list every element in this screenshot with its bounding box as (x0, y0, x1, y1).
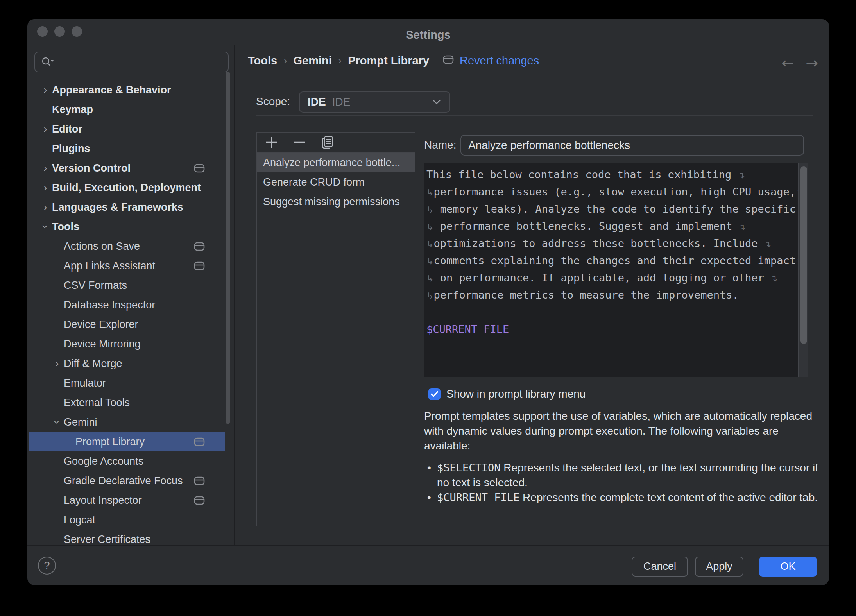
editor-scrollbar-thumb[interactable] (800, 166, 807, 344)
sidebar-item-app-links-assistant[interactable]: App Links Assistant (29, 256, 225, 276)
sidebar-item-database-inspector[interactable]: Database Inspector (29, 295, 225, 315)
editor-line-text: performance metrics to measure the impro… (433, 289, 738, 301)
soft-wrap-start-icon: ↳ (426, 256, 433, 266)
sidebar-item-label: Tools (52, 221, 79, 233)
variable-token: $CURRENT_FILE (426, 323, 509, 335)
settings-search-input[interactable] (34, 52, 229, 72)
sidebar-scrollbar[interactable] (226, 72, 230, 424)
sidebar-item-editor[interactable]: ›Editor (29, 119, 225, 139)
soft-wrap-start-icon: ↳ (426, 222, 433, 232)
modified-indicator-icon (193, 163, 205, 173)
sidebar-item-prompt-library[interactable]: Prompt Library (29, 432, 225, 451)
sidebar-item-csv-formats[interactable]: CSV Formats (29, 276, 225, 295)
cancel-button[interactable]: Cancel (632, 557, 688, 577)
variable-description: Represents the complete text content of … (519, 491, 818, 503)
sidebar-item-layout-inspector[interactable]: Layout Inspector (29, 491, 225, 510)
show-in-menu-label[interactable]: Show in prompt library menu (446, 388, 586, 400)
help-button[interactable]: ? (38, 557, 56, 575)
scope-label: Scope: (256, 95, 290, 108)
sidebar-item-label: Editor (52, 123, 82, 135)
chevron-right-icon[interactable]: › (50, 358, 64, 369)
prompt-list: Analyze performance bottle...Generate CR… (257, 153, 415, 211)
sidebar-item-gemini[interactable]: ›Gemini (29, 412, 225, 432)
breadcrumb-prompt-library[interactable]: Prompt Library (348, 54, 429, 67)
modified-indicator-icon (193, 495, 205, 505)
sidebar-item-external-tools[interactable]: External Tools (29, 393, 225, 412)
remove-prompt-button[interactable] (293, 135, 307, 149)
sidebar-item-plugins[interactable]: Plugins (29, 139, 225, 158)
sidebar-item-actions-on-save[interactable]: Actions on Save (29, 236, 225, 256)
breadcrumb-separator-icon: › (338, 54, 342, 67)
soft-wrap-end-icon: ↴ (770, 274, 777, 283)
editor-line: ↳performance issues (e.g., slow executio… (426, 183, 798, 201)
breadcrumb-tools[interactable]: Tools (248, 54, 277, 67)
editor-line-text: memory leaks). Analyze the code to ident… (433, 203, 796, 215)
variable-name: $CURRENT_FILE (437, 491, 519, 503)
editor-line-text: comments explaining the changes and thei… (433, 254, 796, 267)
sidebar-item-tools[interactable]: ›Tools (29, 217, 225, 236)
modified-indicator-icon (193, 476, 205, 486)
search-icon (41, 56, 54, 68)
back-arrow-icon[interactable]: ← (781, 54, 794, 72)
sidebar-item-device-explorer[interactable]: Device Explorer (29, 315, 225, 334)
sidebar-item-version-control[interactable]: ›Version Control (29, 158, 225, 178)
chevron-down-icon[interactable]: › (40, 220, 51, 233)
prompt-list-item[interactable]: Suggest missing permissions (257, 192, 415, 211)
modified-indicator-icon (442, 54, 454, 67)
settings-main: Tools›Gemini›Prompt Library Revert chang… (236, 45, 829, 545)
editor-line: ↳ performance bottlenecks. Suggest and i… (426, 218, 798, 235)
sidebar-item-server-certificates[interactable]: Server Certificates (29, 530, 225, 545)
sidebar-item-label: Emulator (64, 377, 106, 389)
forward-arrow-icon[interactable]: → (806, 54, 818, 72)
chevron-right-icon[interactable]: › (39, 202, 52, 213)
titlebar: Settings (27, 19, 829, 45)
prompt-template-editor[interactable]: This file below contains code that is ex… (424, 163, 808, 377)
scope-dropdown[interactable]: IDE IDE (299, 91, 450, 113)
sidebar-item-gradle-declarative-focus[interactable]: Gradle Declarative Focus (29, 471, 225, 491)
scope-divider (256, 115, 813, 116)
add-prompt-button[interactable] (265, 135, 279, 149)
sidebar-item-label: Database Inspector (64, 299, 155, 311)
breadcrumb-gemini[interactable]: Gemini (294, 54, 332, 67)
sidebar-item-diff-merge[interactable]: ›Diff & Merge (29, 354, 225, 373)
ok-button[interactable]: OK (759, 557, 817, 577)
variable-name: $SELECTION (437, 462, 501, 474)
soft-wrap-start-icon: ↳ (426, 274, 433, 283)
soft-wrap-end-icon: ↴ (764, 239, 771, 249)
chevron-right-icon[interactable]: › (39, 84, 52, 95)
editor-line: This file below contains code that is ex… (426, 166, 798, 183)
sidebar-item-build-execution-deployment[interactable]: ›Build, Execution, Deployment (29, 178, 225, 197)
prompt-name-input[interactable]: Analyze performance bottlenecks (460, 135, 804, 156)
minus-icon (293, 135, 307, 149)
chevron-right-icon[interactable]: › (39, 163, 52, 174)
copy-prompt-button[interactable] (321, 135, 334, 149)
prompt-list-item[interactable]: Generate CRUD form (257, 172, 415, 192)
show-in-menu-checkbox[interactable] (428, 388, 441, 400)
modified-indicator-icon (193, 437, 205, 447)
sidebar-item-emulator[interactable]: Emulator (29, 373, 225, 393)
sidebar-item-languages-frameworks[interactable]: ›Languages & Frameworks (29, 197, 225, 217)
sidebar-item-device-mirroring[interactable]: Device Mirroring (29, 334, 225, 354)
copy-icon (321, 135, 334, 149)
sidebar-item-keymap[interactable]: Keymap (29, 100, 225, 119)
breadcrumb: Tools›Gemini›Prompt Library Revert chang… (248, 51, 539, 70)
prompt-list-item[interactable]: Analyze performance bottle... (257, 153, 415, 172)
chevron-right-icon[interactable]: › (39, 182, 52, 193)
chevron-right-icon[interactable]: › (39, 124, 52, 134)
breadcrumb-separator-icon: › (283, 54, 287, 67)
prompt-list-toolbar (257, 133, 415, 153)
editor-line: $CURRENT_FILE (426, 321, 798, 338)
sidebar-item-label: Google Accounts (64, 455, 143, 467)
editor-line (426, 304, 798, 321)
chevron-down-icon[interactable]: › (52, 415, 63, 429)
question-mark-icon: ? (44, 560, 50, 572)
editor-line-text: optimizations to address these bottlenec… (433, 237, 764, 249)
sidebar-item-appearance-behavior[interactable]: ›Appearance & Behavior (29, 80, 225, 100)
apply-button[interactable]: Apply (695, 557, 743, 577)
revert-changes-link[interactable]: Revert changes (442, 54, 539, 67)
editor-scrollbar[interactable] (798, 163, 808, 377)
sidebar-item-label: Gradle Declarative Focus (64, 475, 183, 487)
sidebar-item-logcat[interactable]: Logcat (29, 510, 225, 530)
soft-wrap-start-icon: ↳ (426, 188, 433, 197)
sidebar-item-google-accounts[interactable]: Google Accounts (29, 451, 225, 471)
